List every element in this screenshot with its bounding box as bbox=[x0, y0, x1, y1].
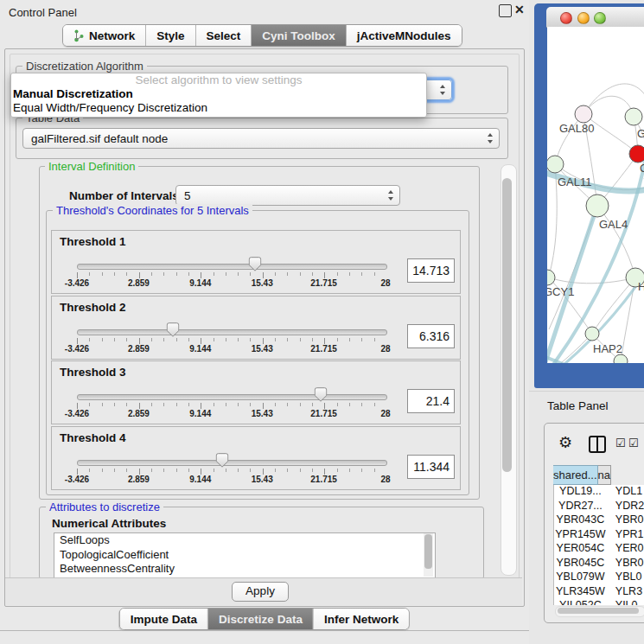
table-cell: YBR045C bbox=[554, 557, 607, 571]
network-node-label: GA bbox=[637, 127, 644, 140]
threshold-coordinates-title: Threshold's Coordinates for 5 Intervals bbox=[53, 204, 252, 217]
network-node-label: C bbox=[640, 162, 644, 175]
number-of-intervals-value: 5 bbox=[184, 189, 191, 202]
tab-label: Select bbox=[207, 29, 241, 42]
table-row[interactable]: YBL079W YBL0 bbox=[554, 571, 644, 585]
slider-scale-label: 9.144 bbox=[189, 278, 211, 288]
table-row[interactable]: YBR043C YBR0 bbox=[554, 513, 644, 528]
attribute-list-item[interactable]: TopologicalCoefficient bbox=[54, 548, 435, 563]
split-view-icon[interactable] bbox=[589, 436, 606, 453]
network-canvas[interactable]: GAL80GACGAL11GAL4GCY1HHAP2 bbox=[547, 27, 644, 363]
algorithm-group-title: Discretization Algorithm bbox=[22, 60, 147, 73]
network-window-titlebar[interactable] bbox=[546, 7, 644, 28]
attribute-list-item[interactable]: BetweennessCentrality bbox=[54, 562, 435, 577]
table-row[interactable]: YLR345W YLR3 bbox=[554, 585, 644, 600]
table-row[interactable]: YIL052C YIL0 bbox=[554, 599, 644, 605]
control-panel-tabs: Network Style Select Cyni Toolbox jActiv… bbox=[62, 24, 462, 47]
attribute-list-item[interactable]: SelfLoops bbox=[54, 533, 435, 548]
slider-thumb[interactable] bbox=[315, 387, 328, 402]
network-icon bbox=[73, 29, 85, 42]
window-close-button[interactable] bbox=[560, 12, 572, 24]
checkbox-icon[interactable]: ☑ bbox=[628, 437, 639, 450]
network-node[interactable] bbox=[625, 108, 642, 125]
table-row[interactable]: YBR045C YBR0 bbox=[554, 557, 644, 571]
slider-thumb[interactable] bbox=[166, 322, 179, 337]
slider-scale-label: 21.715 bbox=[310, 475, 337, 484]
threshold-slider[interactable] bbox=[77, 460, 387, 466]
bottom-tab[interactable]: Impute Data bbox=[120, 609, 208, 629]
tab-label: Style bbox=[156, 29, 184, 42]
slider-thumb[interactable] bbox=[248, 257, 261, 271]
threshold-label: Threshold 4 bbox=[60, 431, 126, 444]
popup-item[interactable]: Equal Width/Frequency Discretization bbox=[11, 101, 426, 115]
slider-scale-label: 15.43 bbox=[252, 475, 273, 484]
threshold-slider[interactable] bbox=[77, 329, 387, 335]
table-row[interactable]: YDR27... YDR2 bbox=[554, 500, 644, 514]
tab-label: jActiveMNodules bbox=[357, 29, 451, 42]
threshold-row: Threshold 4 -3.4262.8599.14415.4321.7152… bbox=[51, 426, 461, 490]
apply-button[interactable]: Apply bbox=[232, 582, 289, 602]
network-node-label: GCY1 bbox=[547, 285, 574, 298]
table-cell: YER054C bbox=[554, 542, 607, 557]
table-column-header[interactable]: na bbox=[598, 465, 611, 485]
bottom-tab[interactable]: Discretize Data bbox=[208, 609, 314, 629]
network-node[interactable] bbox=[629, 145, 644, 163]
interval-definition-title: Interval Definition bbox=[45, 160, 138, 173]
top-tab[interactable]: Style bbox=[146, 25, 195, 46]
slider-scale-label: 2.859 bbox=[128, 344, 150, 354]
gear-icon[interactable]: ⚙ bbox=[558, 433, 572, 452]
window-minimize-button[interactable] bbox=[577, 12, 590, 24]
table-h-scrollbar-thumb[interactable] bbox=[558, 608, 639, 614]
close-icon[interactable]: ✕ bbox=[514, 3, 525, 16]
table-data-combo[interactable]: galFiltered.sif default node bbox=[22, 128, 500, 149]
stepper-arrows-icon bbox=[440, 85, 446, 95]
tab-label: Discretize Data bbox=[219, 613, 303, 626]
threshold-value-field[interactable]: 11.344 bbox=[407, 455, 455, 479]
top-tab[interactable]: Network bbox=[63, 25, 146, 46]
column-header-label: na bbox=[598, 469, 610, 481]
table-column-header[interactable]: shared... bbox=[553, 465, 598, 485]
table-panel-title: Table Panel bbox=[547, 399, 609, 412]
threshold-value-field[interactable]: 21.4 bbox=[407, 389, 455, 413]
threshold-value-field[interactable]: 14.713 bbox=[407, 258, 455, 283]
threshold-value-field[interactable]: 6.316 bbox=[407, 324, 455, 348]
popup-item[interactable]: Manual Discretization bbox=[11, 87, 426, 101]
slider-thumb[interactable] bbox=[215, 453, 228, 468]
control-panel: Control Panel ✕ Network Style Select Cyn… bbox=[0, 0, 529, 644]
network-node[interactable] bbox=[614, 354, 628, 363]
bottom-tab[interactable]: Infer Network bbox=[314, 609, 409, 629]
top-tab[interactable]: Cyni Toolbox bbox=[252, 25, 347, 46]
threshold-slider[interactable] bbox=[77, 264, 387, 270]
window-zoom-button[interactable] bbox=[594, 12, 606, 24]
slider-scale-label: 28 bbox=[380, 278, 390, 288]
top-tab[interactable]: jActiveMNodules bbox=[347, 25, 462, 46]
slider-scale: -3.4262.8599.14415.4321.71528 bbox=[77, 475, 386, 485]
checkbox-icon[interactable]: ☑ bbox=[615, 437, 626, 450]
slider-scale-label: 9.144 bbox=[189, 344, 211, 354]
popup-placeholder-item[interactable]: Select algorithm to view settings bbox=[11, 73, 426, 87]
network-node[interactable] bbox=[547, 156, 564, 173]
threshold-slider[interactable] bbox=[77, 394, 387, 400]
top-tab[interactable]: Select bbox=[196, 25, 252, 46]
table-cell: YDR2 bbox=[607, 500, 644, 514]
slider-scale-label: 21.715 bbox=[310, 278, 337, 288]
table-cell: YER0 bbox=[607, 542, 644, 557]
table-row[interactable]: YDL19... YDL1 bbox=[554, 485, 644, 500]
float-window-icon[interactable] bbox=[499, 4, 512, 17]
network-svg[interactable]: GAL80GACGAL11GAL4GCY1HHAP2 bbox=[547, 27, 644, 363]
algorithm-popup: Select algorithm to view settings Manual… bbox=[10, 73, 427, 118]
attributes-scrollbar-thumb[interactable] bbox=[424, 534, 432, 569]
bottom-tabs: Impute Data Discretize Data Infer Networ… bbox=[119, 608, 410, 630]
table-panel-separator bbox=[529, 391, 644, 392]
number-of-intervals-label: Number of Intervals bbox=[69, 189, 179, 202]
panel-scrollbar-thumb[interactable] bbox=[502, 178, 512, 472]
table-row[interactable]: YER054C YER0 bbox=[554, 542, 644, 557]
table-row[interactable]: YPR145W YPR1 bbox=[554, 528, 644, 543]
table-cell: YDL19... bbox=[554, 485, 607, 500]
network-node[interactable] bbox=[585, 327, 599, 341]
number-of-intervals-combo[interactable]: 5 bbox=[175, 185, 400, 206]
network-node[interactable] bbox=[575, 105, 592, 123]
network-node[interactable] bbox=[586, 194, 609, 217]
network-node-label: H bbox=[638, 280, 644, 293]
table-cell: YPR145W bbox=[554, 528, 607, 543]
